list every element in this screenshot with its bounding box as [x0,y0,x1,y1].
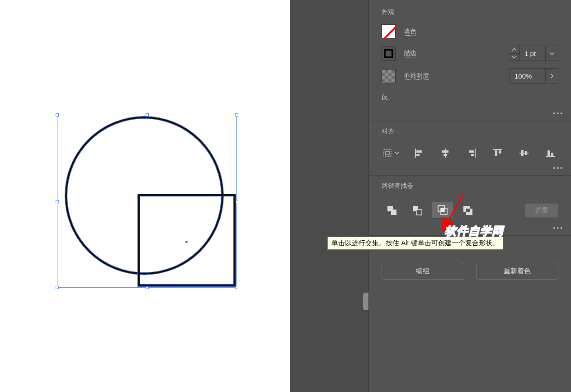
canvas-gutter [290,0,368,392]
stroke-dropdown[interactable] [546,46,558,61]
pathfinder-minus-front-icon[interactable] [407,202,428,219]
svg-rect-4 [416,154,420,156]
tooltip: 单击以进行交集。按住 Alt 键单击可创建一个复合形状。 [327,237,503,250]
annotation-arrow [441,192,468,233]
stroke-value[interactable]: 1 pt [519,46,546,61]
svg-rect-16 [525,151,527,155]
align-to-icon[interactable] [382,147,393,159]
handle-mr[interactable] [235,200,238,203]
fill-swatch[interactable] [382,24,396,38]
properties-panel: 外观 填色 描边 1 pt [368,0,571,392]
expand-button[interactable]: 扩展 [525,203,558,218]
handle-tr[interactable] [235,113,238,117]
pathfinder-section: 路径查找器 扩展 [369,182,571,223]
fill-label[interactable]: 填色 [404,28,416,36]
opacity-swatch[interactable] [382,69,396,83]
align-top-icon[interactable] [492,147,504,159]
svg-rect-1 [386,151,389,155]
svg-rect-18 [547,150,550,156]
handle-tm[interactable] [146,113,149,117]
svg-rect-6 [442,150,448,153]
align-bottom-icon[interactable] [544,147,556,159]
align-right-icon[interactable] [466,147,477,159]
svg-rect-20 [416,210,422,215]
svg-line-24 [445,194,463,226]
opacity-flyout[interactable] [546,68,558,84]
align-more[interactable]: ••• [369,164,571,172]
group-button[interactable]: 编组 [382,263,464,280]
svg-rect-3 [416,150,422,153]
separator [369,121,571,121]
pathfinder-more[interactable]: ••• [369,224,571,232]
fx-button[interactable]: fx. [369,91,571,108]
chevron-down-icon[interactable] [395,152,399,154]
svg-rect-12 [495,150,497,156]
svg-rect-10 [471,154,474,156]
align-hcenter-icon[interactable] [439,147,451,159]
handle-bl[interactable] [56,286,59,289]
stroke-step-up-icon[interactable] [509,46,519,54]
stroke-swatch[interactable] [382,47,396,61]
svg-rect-15 [521,150,524,156]
opacity-row: 不透明度 100% [382,68,558,84]
svg-rect-0 [384,149,391,157]
pathfinder-title: 路径查找器 [382,182,558,190]
pathfinder-unite-icon[interactable] [382,202,402,219]
svg-rect-9 [469,150,474,153]
stroke-stepper[interactable] [509,46,519,61]
svg-rect-7 [444,154,447,156]
opacity-label[interactable]: 不透明度 [404,72,429,80]
appearance-section: 外观 填色 描边 1 pt [369,8,571,84]
handle-bm[interactable] [146,286,149,289]
stroke-step-down-icon[interactable] [509,54,519,61]
separator [369,175,571,176]
handle-tl[interactable] [56,113,59,117]
canvas[interactable] [0,0,290,392]
align-section: 对齐 [369,127,571,163]
align-left-icon[interactable] [413,147,425,159]
opacity-value[interactable]: 100% [510,68,546,84]
handle-ml[interactable] [56,200,59,203]
svg-rect-13 [499,150,501,154]
align-vcenter-icon[interactable] [518,147,530,159]
scroll-thumb[interactable] [363,293,368,310]
handle-br[interactable] [235,286,238,289]
appearance-more[interactable]: ••• [369,110,571,117]
center-marker [185,241,188,243]
svg-rect-19 [551,153,553,156]
separator [369,235,571,236]
fill-row: 填色 [382,24,558,38]
align-title: 对齐 [382,127,558,135]
appearance-title: 外观 [382,8,558,16]
stroke-label[interactable]: 描边 [404,49,416,57]
square-shape[interactable] [138,194,236,286]
stroke-row: 描边 1 pt [382,46,558,61]
recolor-button[interactable]: 重新着色 [476,263,559,280]
